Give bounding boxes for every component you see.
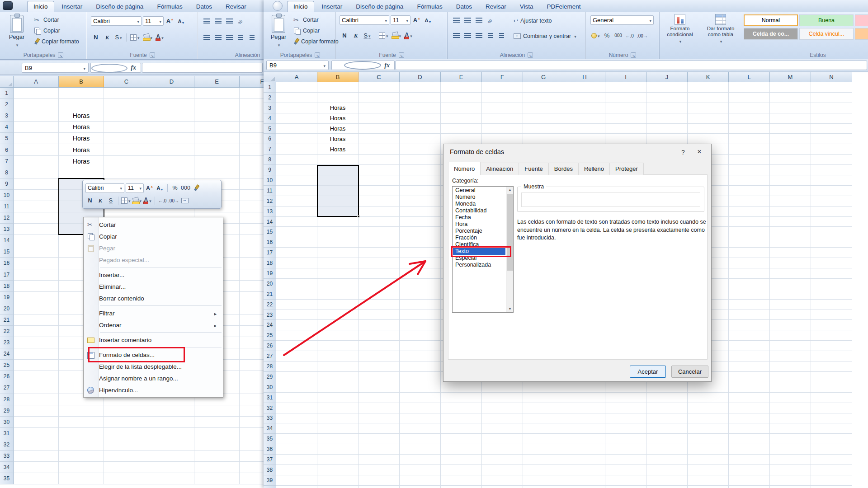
row-header-13[interactable]: 13 [264,206,276,217]
cell-B8[interactable] [317,155,359,165]
cell-D2[interactable] [149,99,194,110]
cell-H1[interactable] [564,82,605,93]
cell-C13[interactable] [359,206,400,217]
cell-A10[interactable] [276,175,317,186]
cell-J34[interactable] [646,423,688,434]
mini-decrease-decimal-button[interactable] [168,196,179,206]
cell-A31[interactable] [14,428,59,439]
cell-B14[interactable] [317,217,359,227]
cell-I32[interactable] [605,403,646,413]
cell-C5[interactable] [104,133,149,144]
cell-B31[interactable] [59,428,104,439]
cell-D29[interactable] [400,372,441,382]
cell-M24[interactable] [770,320,811,330]
cell-L16[interactable] [729,237,770,248]
cell-style-celda-vincul[interactable]: Celda vincul... [799,28,854,40]
row-header-8[interactable]: 8 [0,167,14,178]
grow-font-button[interactable] [412,15,422,25]
cell-F38[interactable] [482,465,523,475]
row-header-10[interactable]: 10 [0,190,14,201]
row-header-12[interactable]: 12 [264,196,276,206]
cell-N20[interactable] [811,279,852,289]
cell-B24[interactable] [317,320,359,330]
cell-E35[interactable] [194,473,240,484]
menu-item-formato-de-celdas[interactable]: Formato de celdas... [84,349,223,361]
cell-A9[interactable] [14,178,59,190]
cell-D3[interactable] [149,110,194,122]
cell-L10[interactable] [729,175,770,186]
dialog-titlebar[interactable]: Formato de celdas ? × [443,144,711,160]
cell-B6[interactable]: Horas [317,134,359,144]
row-header-16[interactable]: 16 [264,237,276,248]
cell-B27[interactable] [317,351,359,361]
ribbon-tab-inicio[interactable]: Inicio [27,1,54,12]
cell-K38[interactable] [688,465,729,475]
menu-item-ordenar[interactable]: Ordenar [84,319,223,331]
cell-F34[interactable] [482,423,523,434]
cell-N21[interactable] [811,289,852,300]
close-button[interactable]: × [695,147,704,156]
cell-A34[interactable] [276,423,317,434]
cell-M33[interactable] [770,413,811,424]
cell-F5[interactable] [482,124,523,134]
cancel-button[interactable]: Cancelar [671,366,708,378]
cell-L15[interactable] [729,227,770,237]
row-header-19[interactable]: 19 [0,292,14,303]
cell-A7[interactable] [14,156,59,167]
cell-K39[interactable] [688,475,729,486]
cell-L17[interactable] [729,248,770,258]
cell-E35[interactable] [441,434,482,444]
cell-B35[interactable] [59,473,104,484]
cell-N3[interactable] [811,103,852,113]
cell-E33[interactable] [194,450,240,462]
cell-A23[interactable] [276,310,317,320]
cell-F9[interactable] [240,178,264,190]
scroll-down-icon[interactable]: ▼ [506,305,514,312]
cell-I31[interactable] [605,393,646,403]
cell-A35[interactable] [276,434,317,444]
ribbon-tab-revisar[interactable]: Revisar [480,1,512,12]
cell-A20[interactable] [14,303,59,314]
category-contabilidad[interactable]: Contabilidad [453,207,505,214]
align-center-button[interactable] [213,33,223,42]
cell-B2[interactable] [317,93,359,103]
row-header-29[interactable]: 29 [264,372,276,382]
cell-D32[interactable] [400,403,441,413]
cell-C35[interactable] [359,434,400,444]
cell-B11[interactable] [317,186,359,196]
row-header-14[interactable]: 14 [264,217,276,227]
dialog-tab-bordes[interactable]: Bordes [548,163,579,175]
row-header-26[interactable]: 26 [264,341,276,351]
cell-N10[interactable] [811,175,852,186]
column-header-J[interactable]: J [646,72,688,82]
cell-C1[interactable] [104,88,149,99]
cell-A12[interactable] [276,196,317,206]
cell-C24[interactable] [359,320,400,330]
cell-A15[interactable] [276,227,317,237]
cell-N16[interactable] [811,237,852,248]
row-header-12[interactable]: 12 [0,212,14,224]
cell-A1[interactable] [276,82,317,93]
cell-L14[interactable] [729,217,770,227]
cell-M1[interactable] [770,82,811,93]
cell-G38[interactable] [523,465,564,475]
cell-H38[interactable] [564,465,605,475]
column-header-C[interactable]: C [359,72,400,82]
italic-button[interactable]: K [351,31,361,40]
merge-center-button[interactable]: Combinar y centrar [512,31,578,42]
cell-D16[interactable] [400,237,441,248]
cell-I5[interactable] [605,124,646,134]
number-format-combo[interactable]: General [590,15,654,25]
cell-G5[interactable] [523,124,564,134]
comma-style-button[interactable]: 000 [613,31,623,40]
cell-A11[interactable] [14,201,59,212]
dialog-launcher-icon[interactable] [315,52,320,58]
cell-M39[interactable] [770,475,811,486]
cell-A33[interactable] [14,450,59,462]
cell-L19[interactable] [729,268,770,279]
cell-D37[interactable] [400,455,441,465]
column-header-A[interactable]: A [14,76,59,88]
cell-F25[interactable] [240,360,264,371]
cell-A29[interactable] [276,372,317,382]
cell-G31[interactable] [523,393,564,403]
